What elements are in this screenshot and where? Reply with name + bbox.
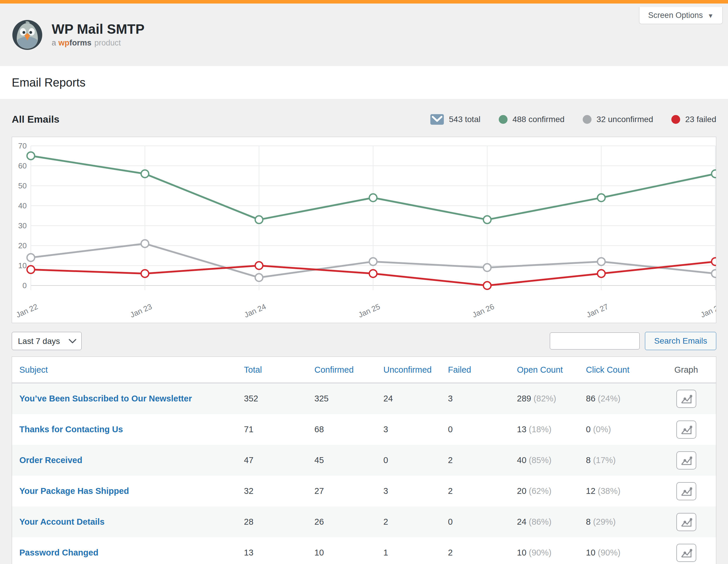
unconfirmed-cell: 3 (383, 425, 448, 434)
mini-line-chart-icon (680, 455, 692, 466)
screen-options-button[interactable]: Screen Options ▼ (639, 7, 723, 24)
legend-item: 543 total (430, 114, 480, 125)
confirmed-cell: 26 (314, 517, 383, 527)
subject-link[interactable]: Thanks for Contacting Us (12, 425, 244, 434)
mini-line-chart-icon (680, 424, 692, 435)
open-count-cell: 10(90%) (517, 548, 586, 558)
row-graph-button[interactable] (676, 390, 696, 408)
open-count-cell: 289(82%) (517, 394, 586, 403)
table-controls: Last 7 days Search Emails (12, 332, 716, 350)
subject-link[interactable]: Your Account Details (12, 517, 244, 527)
legend-label: 488 confirmed (513, 115, 564, 124)
open-percent: (86%) (529, 517, 551, 526)
open-count-cell: 20(62%) (517, 486, 586, 496)
click-percent: (38%) (598, 486, 620, 496)
date-range-select-wrap: Last 7 days (12, 332, 82, 350)
open-percent: (18%) (529, 425, 551, 434)
unconfirmed-cell: 3 (383, 486, 448, 496)
search-emails-button[interactable]: Search Emails (645, 332, 716, 350)
svg-text:60: 60 (18, 161, 27, 170)
click-percent: (17%) (593, 455, 616, 465)
click-percent: (90%) (598, 548, 620, 557)
envelope-icon (430, 114, 444, 125)
total-cell: 28 (244, 517, 314, 527)
column-header-total[interactable]: Total (244, 365, 314, 375)
row-graph-button[interactable] (676, 482, 696, 500)
graph-cell (656, 513, 716, 531)
failed-cell: 2 (448, 455, 517, 465)
total-cell: 352 (244, 394, 314, 403)
click-percent: (24%) (598, 394, 620, 403)
total-cell: 13 (244, 548, 314, 558)
chart-legend: 543 total488 confirmed32 unconfirmed23 f… (430, 114, 716, 125)
column-header-subject[interactable]: Subject (12, 365, 244, 375)
open-percent: (62%) (529, 486, 551, 496)
total-cell: 32 (244, 486, 314, 496)
svg-text:20: 20 (18, 241, 27, 250)
confirmed-cell: 10 (314, 548, 383, 558)
click-count-cell: 10(90%) (586, 548, 656, 558)
row-graph-button[interactable] (676, 544, 696, 562)
column-header-graph: Graph (674, 365, 698, 375)
table-row: Password Changed13101210(90%)10(90%) (12, 537, 716, 564)
search-emails-input[interactable] (550, 332, 640, 349)
column-header-failed[interactable]: Failed (448, 365, 517, 375)
svg-text:70: 70 (18, 142, 27, 150)
plugin-title: WP Mail SMTP (52, 22, 144, 36)
page-title-band: Email Reports (0, 66, 728, 99)
svg-text:Jan 26: Jan 26 (471, 302, 496, 319)
column-header-confirmed[interactable]: Confirmed (314, 365, 383, 375)
plugin-subtitle: awpformsproduct (52, 38, 144, 48)
legend-dot-icon (671, 115, 680, 124)
plugin-header: WP Mail SMTP awpformsproduct Screen Opti… (0, 4, 728, 66)
confirmed-cell: 325 (314, 394, 383, 403)
graph-cell (656, 451, 716, 469)
column-header-unconfirmed[interactable]: Unconfirmed (383, 365, 448, 375)
column-header-click-count[interactable]: Click Count (586, 365, 656, 375)
failed-cell: 2 (448, 486, 517, 496)
mini-line-chart-icon (680, 393, 692, 404)
subtitle-wp: wp (58, 38, 70, 47)
table-row: Thanks for Contacting Us71683013(18%)0(0… (12, 414, 716, 445)
subtitle-forms: forms (70, 38, 92, 47)
legend-dot-icon (583, 115, 591, 124)
subject-link[interactable]: Order Received (12, 455, 244, 465)
failed-cell: 0 (448, 425, 517, 434)
unconfirmed-cell: 0 (383, 455, 448, 465)
table-header-row: SubjectTotalConfirmedUnconfirmedFailedOp… (12, 357, 716, 383)
click-count-cell: 86(24%) (586, 394, 656, 403)
unconfirmed-cell: 1 (383, 548, 448, 558)
row-graph-button[interactable] (676, 513, 696, 531)
subject-link[interactable]: You’ve Been Subscribed to Our Newsletter (12, 394, 244, 403)
all-emails-section-header: All Emails 543 total488 confirmed32 unco… (12, 114, 716, 125)
svg-text:10: 10 (18, 261, 27, 270)
total-cell: 71 (244, 425, 314, 434)
click-percent: (29%) (593, 517, 616, 526)
graph-cell (656, 420, 716, 439)
emails-line-chart: 010203040506070Jan 22Jan 23Jan 24Jan 25J… (12, 137, 716, 322)
email-reports-table: SubjectTotalConfirmedUnconfirmedFailedOp… (12, 356, 716, 564)
failed-cell: 0 (448, 517, 517, 527)
subject-link[interactable]: Your Package Has Shipped (12, 486, 244, 496)
date-range-select[interactable]: Last 7 days (12, 332, 82, 350)
subtitle-a: a (52, 38, 56, 47)
unconfirmed-cell: 24 (383, 394, 448, 403)
click-count-cell: 8(17%) (586, 455, 656, 465)
chevron-down-icon: ▼ (707, 12, 714, 19)
legend-dot-icon (499, 115, 508, 124)
screen-options-label: Screen Options (648, 11, 703, 20)
row-graph-button[interactable] (676, 451, 696, 469)
search-group: Search Emails (550, 332, 716, 350)
table-row: Order Received47450240(85%)8(17%) (12, 445, 716, 476)
legend-label: 32 unconfirmed (596, 115, 653, 124)
click-count-cell: 12(38%) (586, 486, 656, 496)
open-percent: (85%) (529, 455, 551, 465)
svg-text:Jan 22: Jan 22 (15, 302, 39, 319)
subject-link[interactable]: Password Changed (12, 548, 244, 558)
wp-mail-smtp-pigeon-logo (12, 19, 43, 51)
svg-text:40: 40 (18, 201, 27, 210)
plugin-title-block: WP Mail SMTP awpformsproduct (52, 22, 144, 48)
column-header-open-count[interactable]: Open Count (517, 365, 586, 375)
row-graph-button[interactable] (676, 420, 696, 439)
svg-text:Jan 24: Jan 24 (243, 302, 267, 319)
